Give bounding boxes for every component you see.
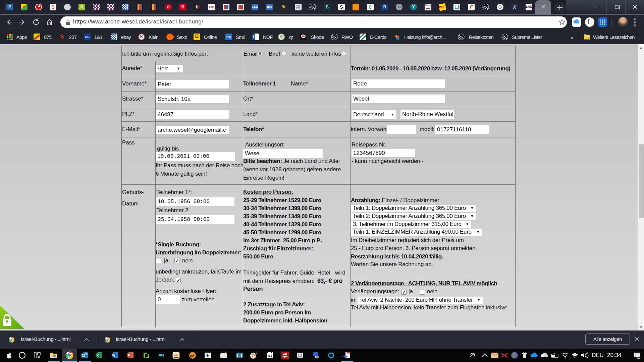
svg-text:NOF: NOF xyxy=(190,355,196,357)
svg-text:PDF: PDF xyxy=(346,352,350,354)
